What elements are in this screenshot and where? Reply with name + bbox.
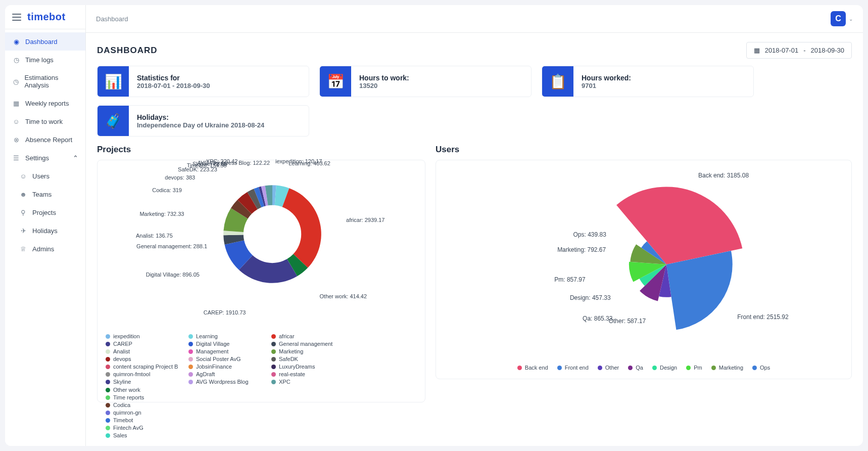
menu-icon[interactable] <box>12 14 21 21</box>
legend-item[interactable]: Pm <box>686 365 702 371</box>
legend-item[interactable]: Other work <box>106 387 181 393</box>
legend-item[interactable]: Marketing <box>711 365 743 371</box>
legend-item[interactable]: AVG Wordpress Blog <box>188 379 264 385</box>
main: Dashboard C ⌄ DASHBOARD ▦ 2018-07-01 - 2… <box>86 5 863 446</box>
legend-item[interactable]: Marketing <box>271 348 347 354</box>
chart-label: Qa: 865.33 <box>583 315 612 322</box>
legend-item[interactable]: iexpedition <box>106 333 181 339</box>
nav-timetowork[interactable]: ☺Time to work <box>5 112 85 130</box>
legend-item[interactable]: Design <box>652 365 677 371</box>
legend-item[interactable]: Analist <box>106 348 181 354</box>
legend-item[interactable]: SafeDK <box>271 356 347 362</box>
nav-users[interactable]: ☺Users <box>5 167 85 185</box>
legend-item[interactable]: Skyline <box>106 379 181 385</box>
users-legend: Back endFront endOtherQaDesignPmMarketin… <box>444 365 843 371</box>
legend-item[interactable]: Digital Village <box>188 341 264 347</box>
legend-item[interactable]: quimron-fmtool <box>106 371 181 377</box>
nav-absence[interactable]: ⊗Absence Report <box>5 130 85 149</box>
legend-item[interactable]: Timebot <box>106 417 181 423</box>
chart-label: Back end: 3185.08 <box>698 172 749 179</box>
projects-donut-chart: iexpedition: 120.17Learning: 403.62afric… <box>106 168 417 330</box>
legend-item[interactable]: XPC <box>271 379 347 385</box>
legend-item[interactable]: real-estate <box>271 371 347 377</box>
chevron-down-icon[interactable]: ⌄ <box>849 16 853 22</box>
users-pie-chart: Back end: 3185.08Front end: 2515.92Other… <box>444 168 843 360</box>
chart-label: Marketing: 792.67 <box>557 246 606 253</box>
nav-projects[interactable]: ⚲Projects <box>5 203 85 221</box>
clock-icon: ◷ <box>12 56 20 64</box>
legend-item[interactable]: Fintech AvG <box>106 425 181 431</box>
chart-label: africar: 2939.17 <box>346 217 384 223</box>
users-title: Users <box>436 145 852 155</box>
chart-label: Codica: 319 <box>152 187 182 193</box>
projects-legend: iexpeditionCAREPAnalistdevopscontent scr… <box>106 333 417 394</box>
chart-label: Other: 587.17 <box>609 318 646 325</box>
nav-weekly[interactable]: ▦Weekly reports <box>5 94 85 112</box>
note-icon: 📋 <box>542 66 573 97</box>
stat-hours-worked: 📋Hours worked:9701 <box>542 66 754 97</box>
chart-label: Other work: 414.42 <box>320 293 367 299</box>
chevron-up-icon: ⌃ <box>73 154 78 162</box>
chart-label: Pm: 857.97 <box>554 276 585 283</box>
avatar[interactable]: C <box>831 11 846 26</box>
nav-estimations[interactable]: ◷Estimations Analysis <box>5 69 85 94</box>
logo-row: timebot <box>5 5 85 29</box>
sidebar: timebot ◉Dashboard ◷Time logs ◷Estimatio… <box>5 5 86 446</box>
chart-label: Front end: 2515.92 <box>737 313 788 321</box>
legend-item[interactable]: AgDraft <box>188 371 264 377</box>
chart-label: General management: 288.1 <box>136 243 207 249</box>
legend-item[interactable]: Front end <box>557 365 589 371</box>
chart-label: Learning: 403.62 <box>288 160 330 166</box>
list-icon: ☰ <box>12 154 20 162</box>
nav: ◉Dashboard ◷Time logs ◷Estimations Analy… <box>5 29 85 261</box>
legend-item[interactable]: Sales <box>106 432 181 438</box>
breadcrumb: Dashboard <box>96 15 128 23</box>
chart-label: Analist: 136.75 <box>136 233 173 239</box>
legend-item[interactable]: JobsinFinance <box>188 364 264 370</box>
clock-icon: ◷ <box>12 77 19 85</box>
pin-icon: ⚲ <box>19 208 27 216</box>
nav-dashboard[interactable]: ◉Dashboard <box>5 32 85 51</box>
svg-point-0 <box>244 205 301 263</box>
x-circle-icon: ⊗ <box>12 136 20 144</box>
page-title: DASHBOARD <box>97 46 158 56</box>
calendar-icon: 📅 <box>320 66 351 97</box>
legend-item[interactable]: quimron-gn <box>106 410 181 416</box>
stat-hours-to-work: 📅Hours to work:13520 <box>319 66 532 97</box>
chart-label: Design: 457.33 <box>570 294 611 301</box>
chart-icon: 📊 <box>98 66 129 97</box>
legend-item[interactable]: Back end <box>517 365 548 371</box>
chart-label: devops: 383 <box>165 174 195 181</box>
legend-item[interactable]: Management <box>188 348 264 354</box>
legend-item[interactable]: devops <box>106 356 181 362</box>
chart-label: XPC: 220.42 <box>206 158 237 164</box>
crown-icon: ♕ <box>19 245 27 253</box>
legend-item[interactable]: Learning <box>188 333 264 339</box>
legend-item[interactable]: CAREP <box>106 341 181 347</box>
stat-holidays: 🧳Holidays:Independence Day of Ukraine 20… <box>97 105 309 137</box>
chart-label: Digital Village: 896.05 <box>146 272 200 278</box>
date-range-picker[interactable]: ▦ 2018-07-01 - 2018-09-30 <box>746 42 852 59</box>
legend-item[interactable]: Social Poster AvG <box>188 356 264 362</box>
legend-item[interactable]: Qa <box>628 365 643 371</box>
bag-icon: 🧳 <box>98 106 129 136</box>
legend-item[interactable]: africar <box>271 333 347 339</box>
nav-timelogs[interactable]: ◷Time logs <box>5 51 85 69</box>
legend-item[interactable]: Time reports <box>106 394 181 400</box>
legend-item[interactable]: Other <box>598 365 619 371</box>
legend-item[interactable]: Codica <box>106 402 181 408</box>
users-icon: ☻ <box>19 190 27 198</box>
nav-settings[interactable]: ☰Settings⌃ <box>5 149 85 167</box>
legend-item[interactable]: content scraping Project B <box>106 364 181 370</box>
nav-admins[interactable]: ♕Admins <box>5 240 85 258</box>
chart-label: Ops: 439.83 <box>573 231 606 238</box>
nav-holidays[interactable]: ✈Holidays <box>5 221 85 240</box>
palm-icon: ✈ <box>19 227 27 235</box>
nav-teams[interactable]: ☻Teams <box>5 185 85 203</box>
topbar: Dashboard C ⌄ <box>86 5 863 33</box>
legend-item[interactable]: LuxuryDreams <box>271 364 347 370</box>
legend-item[interactable]: General management <box>271 341 347 347</box>
legend-item[interactable]: Ops <box>752 365 770 371</box>
stat-statistics: 📊Statistics for2018-07-01 - 2018-09-30 <box>97 66 309 97</box>
app-logo: timebot <box>27 11 66 23</box>
